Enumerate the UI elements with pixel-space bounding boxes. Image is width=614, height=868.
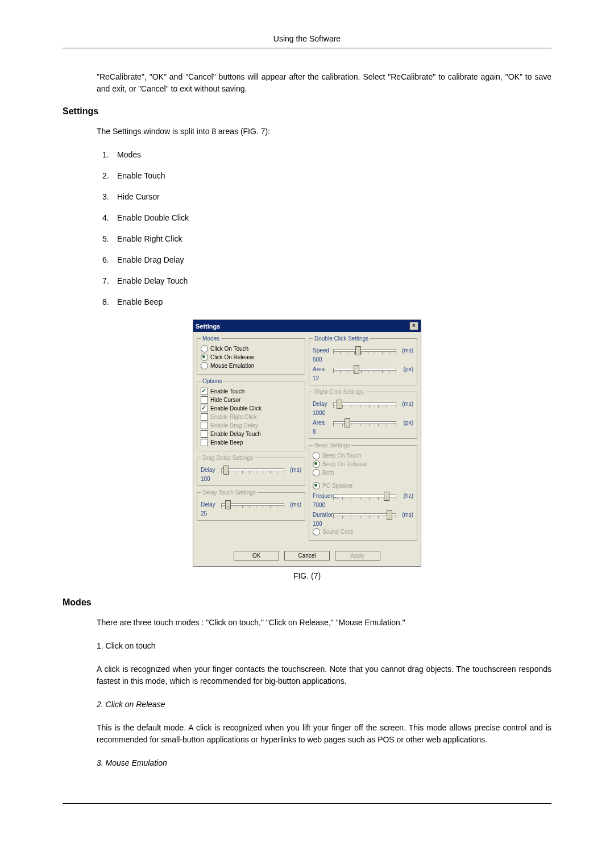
options-legend: Options	[201, 378, 223, 384]
double-click-legend: Double Click Settings	[313, 335, 370, 342]
drag-delay-group: Drag Delay Settings Delay (ms) 100	[197, 455, 305, 486]
check-enable-right-click[interactable]: Enable Right Click	[201, 413, 301, 421]
mode2-title: 2. Click on Release	[97, 699, 551, 711]
close-icon[interactable]: ×	[409, 322, 418, 330]
drag-delay-label: Delay	[201, 467, 219, 473]
list-item: Enable Right Click	[117, 234, 182, 243]
mode2-body: This is the default mode. A click is rec…	[97, 722, 551, 746]
radio-beep-on-touch[interactable]: Beep On Touch	[313, 452, 413, 459]
beep-legend: Beep Settings	[313, 442, 351, 448]
modes-heading: Modes	[63, 597, 551, 608]
check-enable-drag-delay[interactable]: Enable Drag Delay	[201, 422, 301, 429]
beep-freq-slider[interactable]	[333, 491, 396, 500]
beep-freq-label: Frequency	[313, 493, 331, 499]
check-enable-beep[interactable]: Enable Beep	[201, 439, 301, 446]
check-enable-double-click[interactable]: Enable Double Click	[201, 405, 301, 412]
mode3-title: 3. Mouse Emulation	[97, 757, 551, 769]
drag-delay-legend: Drag Delay Settings	[201, 455, 255, 461]
rc-delay-slider[interactable]	[333, 399, 396, 408]
modes-intro: There are three touch modes : "Click on …	[97, 617, 551, 629]
dialog-title: Settings	[196, 323, 220, 330]
check-hide-cursor[interactable]: Hide Cursor	[201, 396, 301, 404]
ok-button[interactable]: OK	[234, 551, 279, 560]
radio-sound-card[interactable]: Sound Card	[313, 528, 413, 535]
rc-area-label: Area	[313, 420, 331, 426]
dbl-area-slider[interactable]	[333, 364, 396, 373]
drag-delay-slider[interactable]	[221, 465, 284, 474]
settings-dialog: Settings × Modes Click On Touch Click On…	[193, 319, 421, 567]
beep-group: Beep Settings Beep On Touch Beep On Rele…	[309, 442, 417, 541]
rc-delay-label: Delay	[313, 401, 331, 407]
delay-touch-value: 25	[201, 510, 219, 517]
right-click-legend: Right Click Settings	[313, 389, 366, 395]
dbl-speed-slider[interactable]	[333, 346, 396, 355]
drag-delay-value: 100	[201, 476, 219, 482]
list-item: Hide Cursor	[117, 192, 160, 201]
list-item: Enable Drag Delay	[117, 255, 184, 264]
radio-pc-speaker[interactable]: PC Speaker	[313, 482, 413, 489]
rc-area-slider[interactable]	[333, 418, 396, 427]
delay-touch-slider[interactable]	[221, 500, 284, 509]
delay-touch-group: Delay Touch Settings Delay (ms) 25	[197, 489, 305, 521]
settings-heading: Settings	[63, 106, 551, 117]
running-header: Using the Software	[63, 34, 551, 48]
rc-delay-value: 1000	[313, 410, 331, 416]
settings-intro: The Settings window is split into 8 area…	[97, 126, 551, 138]
dbl-speed-value: 500	[313, 356, 331, 363]
list-item: Enable Delay Touch	[117, 276, 188, 285]
beep-dur-label: Duration	[313, 512, 331, 518]
radio-beep-on-release[interactable]: Beep On Release	[313, 460, 413, 468]
dbl-area-label: Area	[313, 366, 331, 372]
radio-click-on-release[interactable]: Click On Release	[201, 354, 301, 361]
right-click-group: Right Click Settings Delay (ms) 1000 Are…	[309, 389, 417, 439]
dbl-speed-label: Speed	[313, 347, 331, 354]
list-item: Modes	[117, 150, 141, 159]
beep-dur-slider[interactable]	[333, 510, 396, 519]
list-item: Enable Beep	[117, 297, 163, 306]
radio-mouse-emulation[interactable]: Mouse Emulation	[201, 362, 301, 369]
mode1-body: A click is recognized when your finger c…	[97, 663, 551, 687]
check-enable-delay-touch[interactable]: Enable Delay Touch	[201, 430, 301, 438]
figure-caption: FIG. (7)	[63, 571, 551, 580]
radio-click-on-touch[interactable]: Click On Touch	[201, 345, 301, 352]
list-item: Enable Touch	[117, 171, 165, 180]
modes-group: Modes Click On Touch Click On Release Mo…	[197, 335, 305, 375]
delay-touch-legend: Delay Touch Settings	[201, 489, 258, 496]
delay-touch-label: Delay	[201, 501, 219, 508]
modes-legend: Modes	[201, 335, 221, 342]
check-enable-touch[interactable]: Enable Touch	[201, 388, 301, 395]
apply-button[interactable]: Apply	[335, 551, 380, 560]
list-item: Enable Double Click	[117, 213, 189, 222]
rc-area-value: 8	[313, 429, 331, 435]
mode1-title: 1. Click on touch	[97, 640, 551, 652]
settings-area-list: 1.Modes 2.Enable Touch 3.Hide Cursor 4.E…	[102, 149, 551, 308]
options-group: Options Enable Touch Hide Cursor Enable …	[197, 378, 305, 451]
beep-dur-value: 100	[313, 521, 331, 527]
dbl-area-value: 12	[313, 375, 331, 381]
radio-beep-both[interactable]: Both	[313, 469, 413, 476]
double-click-group: Double Click Settings Speed (ms) 500 Are…	[309, 335, 417, 385]
intro-paragraph: "ReCalibrate", "OK" and "Cancel" buttons…	[97, 71, 551, 95]
footer-rule	[63, 803, 551, 804]
cancel-button[interactable]: Cancel	[284, 551, 330, 560]
beep-freq-value: 7000	[313, 502, 331, 508]
